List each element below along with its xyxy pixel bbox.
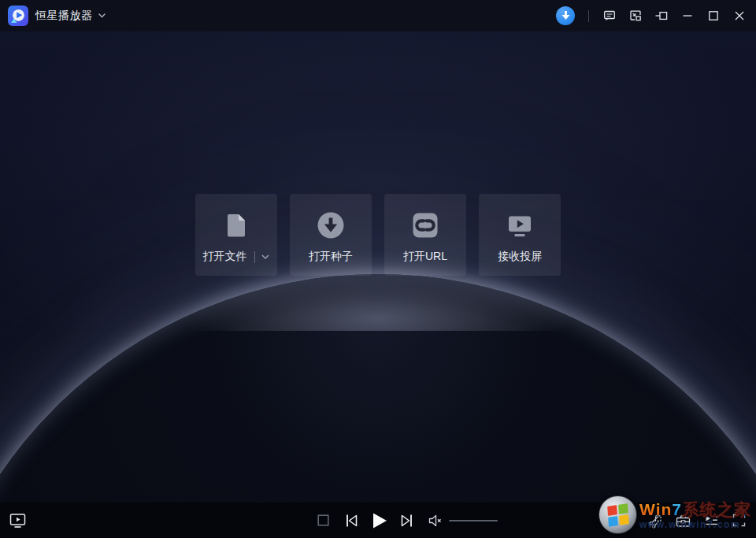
screencast-icon <box>504 208 536 243</box>
play-icon <box>369 511 389 530</box>
minimize-icon <box>681 9 694 22</box>
stop-icon <box>317 514 329 526</box>
titlebar: 恒星播放器 <box>0 0 756 32</box>
feedback-button[interactable] <box>601 7 618 24</box>
download-arrow-icon <box>561 10 571 21</box>
receive-cast-label: 接收投屏 <box>498 250 542 264</box>
app-window: 恒星播放器 <box>0 0 756 538</box>
toolbox-button[interactable] <box>675 513 691 529</box>
app-logo-icon <box>8 6 28 26</box>
link-icon <box>410 208 441 243</box>
open-file-chevron-down-icon[interactable] <box>261 254 270 261</box>
minimize-button[interactable] <box>679 7 696 24</box>
transport-controls <box>317 503 498 538</box>
screenshot-snip-icon <box>647 513 663 529</box>
update-download-button[interactable] <box>556 6 575 25</box>
volume-muted-icon <box>428 514 443 527</box>
skip-next-icon <box>399 514 414 528</box>
title-chevron-down-icon[interactable] <box>98 13 106 19</box>
play-button[interactable] <box>369 511 389 530</box>
playlist-button[interactable] <box>703 513 720 529</box>
mini-mode-button[interactable] <box>653 7 670 24</box>
open-torrent-button[interactable]: 打开种子 <box>290 194 372 276</box>
open-file-button[interactable]: 打开文件 <box>195 194 277 276</box>
previous-button[interactable] <box>344 514 359 528</box>
control-bar-right <box>647 503 747 538</box>
titlebar-left: 恒星播放器 <box>0 6 106 26</box>
open-file-divider <box>254 251 255 263</box>
volume-slider[interactable] <box>449 520 498 521</box>
control-bar-left <box>9 503 27 538</box>
maximize-button[interactable] <box>705 7 722 24</box>
open-url-button[interactable]: 打开URL <box>384 194 466 276</box>
close-icon <box>733 9 746 22</box>
open-file-label: 打开文件 <box>203 250 247 264</box>
titlebar-divider <box>588 10 589 22</box>
skip-previous-icon <box>344 514 359 528</box>
play-on-tv-button[interactable] <box>9 512 27 529</box>
toolbox-icon <box>675 513 691 529</box>
open-torrent-label: 打开种子 <box>309 250 353 264</box>
mini-mode-dock-icon <box>654 9 669 23</box>
fullscreen-icon <box>732 513 747 528</box>
open-file-label-row: 打开文件 <box>203 250 270 264</box>
close-button[interactable] <box>731 7 748 24</box>
app-title: 恒星播放器 <box>35 9 93 23</box>
mute-button[interactable] <box>428 514 443 527</box>
feedback-message-icon <box>602 9 617 23</box>
torrent-download-icon <box>315 208 346 243</box>
titlebar-right <box>556 6 756 25</box>
file-icon <box>220 208 252 243</box>
tv-play-icon <box>9 512 27 529</box>
stop-button[interactable] <box>317 514 329 526</box>
screenshot-button[interactable] <box>647 513 663 529</box>
picture-in-picture-button[interactable] <box>627 7 644 24</box>
quick-actions: 打开文件 打开种子 <box>195 194 561 276</box>
next-button[interactable] <box>399 514 414 528</box>
fullscreen-button[interactable] <box>732 513 747 528</box>
picture-in-picture-icon <box>628 9 643 23</box>
open-url-label: 打开URL <box>403 250 447 264</box>
receive-cast-button[interactable]: 接收投屏 <box>479 194 561 276</box>
video-stage: 打开文件 打开种子 <box>0 32 756 503</box>
playlist-icon <box>703 513 720 529</box>
control-bar <box>0 503 756 538</box>
maximize-icon <box>707 9 720 22</box>
